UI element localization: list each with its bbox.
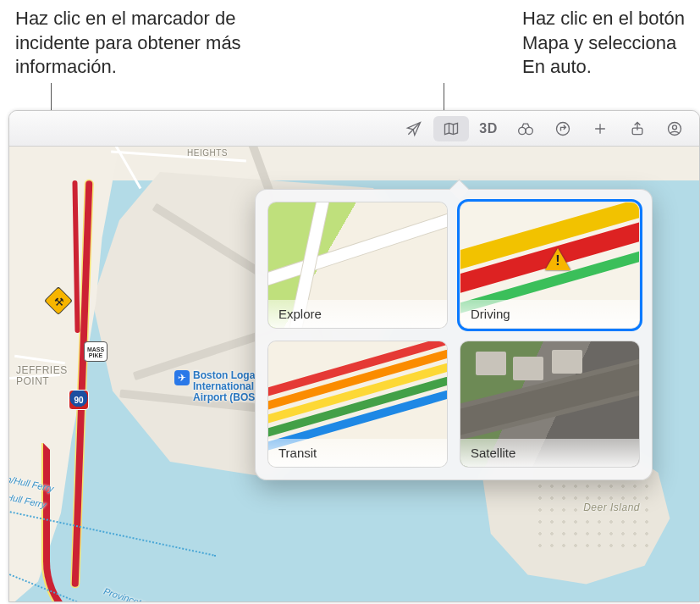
3d-toggle-button[interactable]: 3D xyxy=(471,116,506,141)
hazard-icon: ! xyxy=(545,248,570,274)
map-mode-satellite[interactable]: Satellite xyxy=(460,341,640,468)
look-around-button[interactable] xyxy=(508,116,543,141)
location-toggle-button[interactable] xyxy=(396,116,432,141)
svg-point-3 xyxy=(519,127,526,134)
deer-island-label: Deer Island xyxy=(583,502,640,513)
svg-point-4 xyxy=(526,127,532,134)
account-button[interactable] xyxy=(657,116,692,141)
incident-marker[interactable]: ⚒ xyxy=(48,291,70,313)
callout-map-button: Haz clic en el botón Mapa y selecciona E… xyxy=(522,7,685,110)
map-mode-driving[interactable]: ! Driving xyxy=(460,202,640,329)
directions-button[interactable] xyxy=(545,116,581,141)
binoculars-icon xyxy=(517,120,534,137)
interstate-shield[interactable]: 90 xyxy=(69,390,89,410)
plus-icon xyxy=(592,120,609,137)
share-button[interactable] xyxy=(620,116,655,141)
masspike-shield[interactable]: MASS PIKE xyxy=(84,341,107,362)
svg-point-5 xyxy=(557,122,570,135)
mode-label: Explore xyxy=(268,300,447,328)
mode-label: Transit xyxy=(268,439,447,467)
airport-label: Boston Logan International Airport (BOS) xyxy=(193,370,262,404)
jeffries-point-label: JEFFRIES POINT xyxy=(16,365,68,387)
location-off-icon xyxy=(405,120,422,137)
3d-label: 3D xyxy=(479,121,497,136)
map-mode-popover: Explore ! Driving xyxy=(255,189,653,480)
shield-label: 90 xyxy=(74,396,83,405)
callout-incident: Haz clic en el marcador de incidente par… xyxy=(15,7,241,110)
map-mode-button[interactable] xyxy=(433,116,469,141)
svg-point-10 xyxy=(673,125,677,129)
map-mode-transit[interactable]: Transit xyxy=(267,341,448,468)
airport-poi[interactable]: ✈ Boston Logan International Airport (BO… xyxy=(174,370,262,404)
mode-label: Satellite xyxy=(460,439,639,467)
mode-label: Driving xyxy=(460,300,639,328)
shield-label: MASS PIKE xyxy=(87,346,104,358)
region-label: HEIGHTS xyxy=(187,148,228,158)
map-mode-explore[interactable]: Explore xyxy=(267,202,448,329)
directions-icon xyxy=(554,120,571,137)
construction-glyph: ⚒ xyxy=(48,291,70,313)
airplane-icon: ✈ xyxy=(174,370,190,385)
map-icon xyxy=(443,120,460,137)
account-icon xyxy=(666,120,683,137)
map-canvas[interactable]: HEIGHTS JEFFRIES POINT Deer Island n/Hul… xyxy=(9,147,699,601)
add-button[interactable] xyxy=(582,116,618,141)
toolbar: 3D xyxy=(9,111,699,147)
share-icon xyxy=(629,120,646,137)
maps-window: 3D xyxy=(8,110,700,602)
